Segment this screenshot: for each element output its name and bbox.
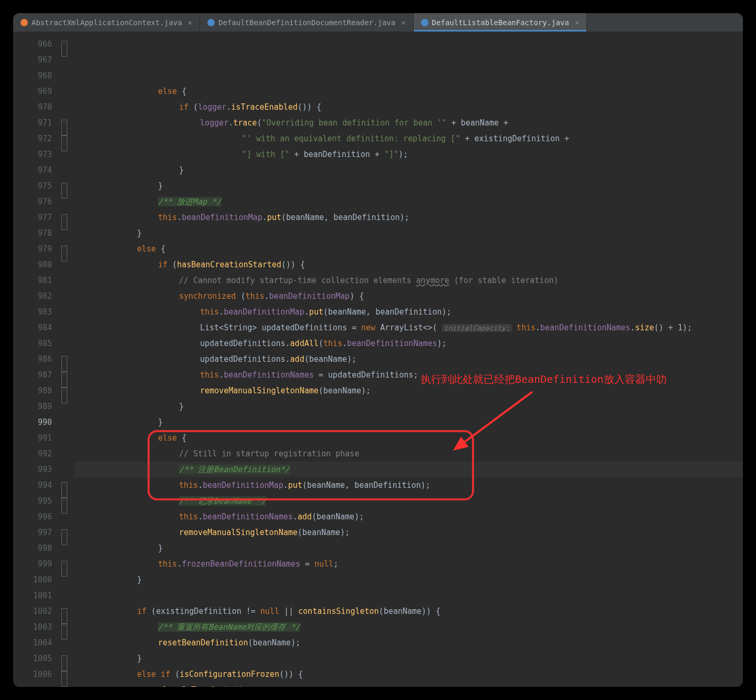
tab-bar: AbstractXmlApplicationContext.java×Defau… <box>13 13 743 32</box>
line-number: 980 <box>13 257 59 273</box>
code-line[interactable]: "' with an equivalent definition: replac… <box>74 131 743 147</box>
tab-label: AbstractXmlApplicationContext.java <box>32 18 182 27</box>
code-line[interactable]: clearByTypeCache(); <box>74 682 743 687</box>
tab-0[interactable]: AbstractXmlApplicationContext.java× <box>13 13 200 32</box>
close-icon[interactable]: × <box>575 18 579 27</box>
line-number: 1000 <box>13 572 59 588</box>
line-number: 984 <box>13 320 59 336</box>
line-number: 988 <box>13 383 59 399</box>
code-line[interactable]: /** 放进Map */ <box>74 194 743 210</box>
line-number: 992 <box>13 446 59 462</box>
code-line[interactable]: } <box>74 651 743 666</box>
code-line[interactable]: } <box>74 572 743 588</box>
java-class-icon <box>20 19 28 26</box>
line-number: 991 <box>13 430 59 446</box>
line-number: 983 <box>13 304 59 320</box>
code-line[interactable]: else { <box>74 430 743 446</box>
line-number: 981 <box>13 273 59 288</box>
fold-strip: ----------------- <box>59 32 74 687</box>
line-number: 971 <box>13 115 59 131</box>
line-number: 967 <box>13 52 59 68</box>
code-line[interactable]: this.beanDefinitionNames.add(beanName); <box>74 509 743 525</box>
line-number: 978 <box>13 225 59 241</box>
line-number: 975 <box>13 178 59 194</box>
line-number: 1005 <box>13 651 59 666</box>
code-line[interactable]: logger.trace("Overriding bean definition… <box>74 115 743 131</box>
code-line[interactable]: else if (isConfigurationFrozen()) { <box>74 666 743 682</box>
code-line[interactable]: if (existingDefinition != null || contai… <box>74 603 743 619</box>
code-line[interactable]: this.beanDefinitionMap.put(beanName, bea… <box>74 477 743 493</box>
line-number: 995 <box>13 493 59 509</box>
code-line[interactable]: if (logger.isTraceEnabled()) { <box>74 99 743 115</box>
code-line[interactable]: synchronized (this.beanDefinitionMap) { <box>74 288 743 304</box>
line-number: 972 <box>13 131 59 147</box>
code-line[interactable]: } <box>74 225 743 241</box>
line-number: 1002 <box>13 603 59 619</box>
line-number: 977 <box>13 210 59 225</box>
code-area[interactable]: 执行到此处就已经把BeanDefinition放入容器中叻 else {if (… <box>74 32 743 687</box>
code-line[interactable]: this.frozenBeanDefinitionNames = null; <box>74 556 743 572</box>
code-line[interactable]: } <box>74 178 743 194</box>
line-number: 997 <box>13 525 59 540</box>
java-class-icon <box>207 19 215 26</box>
line-number: 973 <box>13 147 59 162</box>
line-number: 989 <box>13 399 59 414</box>
tab-2[interactable]: DefaultListableBeanFactory.java× <box>414 13 587 32</box>
java-class-icon <box>421 19 428 26</box>
line-number: 970 <box>13 99 59 115</box>
code-line[interactable]: removeManualSingletonName(beanName); <box>74 525 743 540</box>
close-icon[interactable]: × <box>401 18 405 27</box>
code-line[interactable]: /** 记录BeanName */ <box>74 493 743 509</box>
line-number: 990 <box>13 414 59 430</box>
code-line[interactable]: } <box>74 399 743 414</box>
code-line[interactable] <box>74 588 743 603</box>
line-number: 987 <box>13 367 59 383</box>
gutter: 9669679689699709719729739749759769779789… <box>13 32 59 687</box>
line-number: 966 <box>13 36 59 52</box>
line-number: 1001 <box>13 588 59 603</box>
code-line[interactable]: } <box>74 162 743 178</box>
code-line[interactable]: } <box>74 414 743 430</box>
tab-1[interactable]: DefaultBeanDefinitionDocumentReader.java… <box>200 13 414 32</box>
code-line[interactable]: this.beanDefinitionMap.put(beanName, bea… <box>74 304 743 320</box>
line-number: 1003 <box>13 619 59 635</box>
editor: 9669679689699709719729739749759769779789… <box>13 32 743 687</box>
line-number: 979 <box>13 241 59 257</box>
editor-window: AbstractXmlApplicationContext.java×Defau… <box>13 13 743 687</box>
code-line[interactable]: this.beanDefinitionMap.put(beanName, bea… <box>74 210 743 225</box>
code-line[interactable]: removeManualSingletonName(beanName); <box>74 383 743 399</box>
line-number: 998 <box>13 540 59 556</box>
code-line[interactable]: /** 注册BeanDefinition*/ <box>74 462 743 477</box>
code-line[interactable]: updatedDefinitions.add(beanName); <box>74 351 743 367</box>
code-line[interactable]: resetBeanDefinition(beanName); <box>74 635 743 651</box>
code-line[interactable]: this.beanDefinitionNames = updatedDefini… <box>74 367 743 383</box>
line-number: 996 <box>13 509 59 525</box>
line-number: 986 <box>13 351 59 367</box>
code-line[interactable]: List<String> updatedDefinitions = new Ar… <box>74 320 743 336</box>
line-number: 985 <box>13 336 59 351</box>
line-number: 1004 <box>13 635 59 651</box>
line-number: 976 <box>13 194 59 210</box>
line-number: 994 <box>13 477 59 493</box>
code-line[interactable]: // Still in startup registration phase <box>74 446 743 462</box>
line-number: 982 <box>13 288 59 304</box>
line-number: 1006 <box>13 666 59 682</box>
close-icon[interactable]: × <box>188 18 192 27</box>
line-number: 968 <box>13 68 59 83</box>
line-number: 974 <box>13 162 59 178</box>
code-line[interactable]: else { <box>74 83 743 99</box>
line-number: 993 <box>13 462 59 477</box>
code-line[interactable]: // Cannot modify startup-time collection… <box>74 273 743 288</box>
fold-icon[interactable]: - <box>61 671 67 687</box>
tab-label: DefaultListableBeanFactory.java <box>432 18 569 27</box>
code-line[interactable]: updatedDefinitions.addAll(this.beanDefin… <box>74 336 743 351</box>
line-number: 999 <box>13 556 59 572</box>
code-line[interactable]: else { <box>74 241 743 257</box>
code-line[interactable]: } <box>74 540 743 556</box>
code-line[interactable]: /** 重置所有BeanName对应的缓存 */ <box>74 619 743 635</box>
code-line[interactable]: "] with [" + beanDefinition + "]"); <box>74 147 743 162</box>
line-number: 969 <box>13 83 59 99</box>
tab-label: DefaultBeanDefinitionDocumentReader.java <box>218 18 395 27</box>
code-line[interactable]: if (hasBeanCreationStarted()) { <box>74 257 743 273</box>
